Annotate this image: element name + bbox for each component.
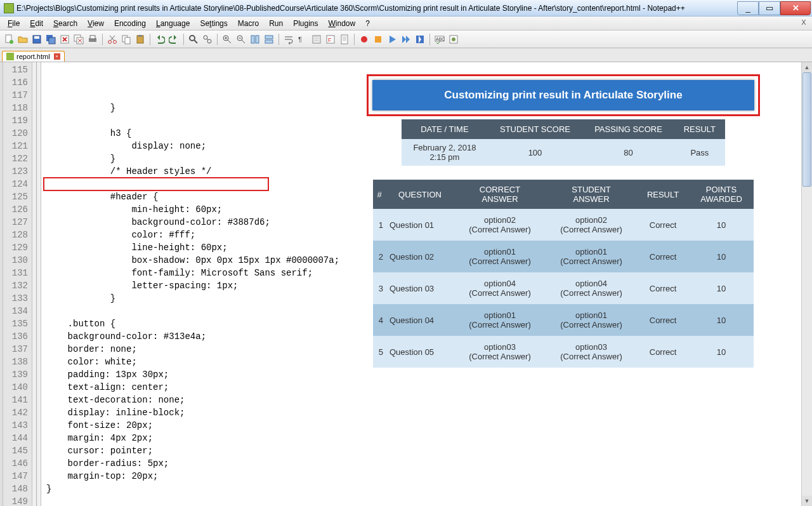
line-number: 138: [3, 356, 28, 368]
copy-icon[interactable]: [120, 33, 133, 46]
close-file-icon[interactable]: [58, 33, 71, 46]
row-points: 10: [689, 209, 754, 241]
row-correct-answer: option03 (Correct Answer): [454, 336, 546, 368]
code-line-141[interactable]: margin: 4px 2px;: [41, 432, 801, 444]
menu-view[interactable]: View: [82, 18, 109, 29]
meta-h-date: DATE / TIME: [402, 119, 488, 139]
line-number: 131: [3, 267, 28, 279]
code-line-136[interactable]: padding: 13px 30px;: [41, 368, 801, 381]
row-student-answer: option01 (Correct Answer): [546, 241, 637, 272]
fold-margin[interactable]: [32, 62, 41, 506]
zoom-out-icon[interactable]: [235, 33, 247, 46]
meta-h-score: STUDENT SCORE: [488, 119, 582, 139]
code-line-145[interactable]: }: [41, 483, 801, 495]
menu-macro[interactable]: Macro: [233, 18, 264, 29]
undo-icon[interactable]: [154, 33, 166, 46]
quiz-row: 3Question 03option04 (Correct Answer)opt…: [373, 272, 754, 304]
menu-run[interactable]: Run: [264, 18, 288, 29]
menu-edit[interactable]: Edit: [25, 18, 48, 29]
row-question: Question 04: [386, 304, 454, 336]
menu-encoding[interactable]: Encoding: [109, 18, 151, 29]
row-student-answer: option03 (Correct Answer): [546, 336, 637, 368]
line-number: 149: [3, 495, 28, 506]
line-number: 135: [3, 317, 28, 330]
paste-icon[interactable]: [134, 33, 147, 46]
tab-close-icon[interactable]: ×: [54, 53, 60, 60]
scrollbar-thumb[interactable]: [802, 72, 811, 187]
menu-window[interactable]: Window: [324, 18, 361, 29]
code-line-144[interactable]: margin-top: 20px;: [41, 470, 801, 483]
cut-icon[interactable]: [106, 33, 119, 46]
find-icon[interactable]: [187, 33, 200, 46]
code-line-142[interactable]: cursor: pointer;: [41, 444, 801, 457]
code-line-140[interactable]: font-size: 20px;: [41, 419, 801, 432]
open-file-icon[interactable]: [16, 33, 29, 46]
close-button[interactable]: ✕: [780, 1, 811, 15]
menu-language[interactable]: Language: [151, 18, 195, 29]
row-result: Correct: [637, 241, 689, 272]
lang-icon[interactable]: F: [324, 33, 337, 46]
menu-help[interactable]: ?: [360, 18, 375, 29]
row-student-answer: option02 (Correct Answer): [546, 209, 637, 241]
menu-file[interactable]: File: [3, 18, 25, 29]
tab-label: report.html: [16, 53, 50, 60]
maximize-button[interactable]: ▭: [759, 1, 780, 15]
sync-v-icon[interactable]: [249, 33, 261, 46]
save-icon[interactable]: [30, 33, 43, 46]
stop-icon[interactable]: [372, 33, 384, 46]
svg-point-31: [361, 36, 367, 43]
minimize-button[interactable]: _: [737, 1, 759, 15]
line-number: 125: [3, 190, 28, 203]
play-multi-icon[interactable]: [400, 33, 412, 46]
zoom-in-icon[interactable]: [221, 33, 233, 46]
row-points: 10: [689, 336, 754, 368]
row-correct-answer: option02 (Correct Answer): [454, 209, 546, 241]
record-icon[interactable]: [358, 33, 370, 46]
code-line-143[interactable]: border-radius: 5px;: [41, 457, 801, 470]
line-number: 128: [3, 229, 28, 241]
code-line-138[interactable]: text-decoration: none;: [41, 394, 801, 406]
row-correct-answer: option04 (Correct Answer): [454, 272, 546, 304]
redo-icon[interactable]: [167, 33, 180, 46]
row-num: 1: [373, 209, 386, 241]
print-icon[interactable]: [86, 33, 99, 46]
scroll-down-arrow[interactable]: ▼: [802, 496, 812, 506]
save-macro-icon[interactable]: [414, 33, 426, 46]
close-all-icon[interactable]: [72, 33, 85, 46]
doc-map-icon[interactable]: [338, 33, 351, 46]
doc-close-icon[interactable]: X: [799, 18, 808, 27]
spellcheck-icon[interactable]: ABC: [433, 33, 446, 46]
indent-guide-icon[interactable]: [310, 33, 323, 46]
menu-plugins[interactable]: Plugins: [288, 18, 323, 29]
code-line-146[interactable]: [41, 495, 801, 506]
file-tab[interactable]: report.html ×: [2, 51, 65, 62]
code-line-139[interactable]: display: inline-block;: [41, 406, 801, 419]
quiz-h-result: RESULT: [637, 180, 689, 209]
show-chars-icon[interactable]: ¶: [296, 33, 309, 46]
line-number: 121: [3, 140, 28, 152]
menu-settings[interactable]: Settings: [195, 18, 232, 29]
code-line-137[interactable]: text-align: center;: [41, 381, 801, 394]
svg-rect-32: [375, 36, 381, 43]
line-number: 118: [3, 102, 28, 114]
new-file-icon[interactable]: [3, 33, 15, 46]
line-number: 133: [3, 292, 28, 305]
vertical-scrollbar[interactable]: ▲ ▼: [801, 62, 812, 506]
wordwrap-icon[interactable]: [282, 33, 295, 46]
line-number: 143: [3, 419, 28, 432]
line-number: 147: [3, 470, 28, 483]
report-header-highlight: Customizing print result in Articulate S…: [367, 74, 760, 116]
line-number: 120: [3, 127, 28, 140]
play-icon[interactable]: [386, 33, 398, 46]
save-all-icon[interactable]: [44, 33, 57, 46]
replace-icon[interactable]: [201, 33, 214, 46]
menu-search[interactable]: Search: [48, 18, 82, 29]
row-points: 10: [689, 241, 754, 272]
line-number: 130: [3, 254, 28, 267]
svg-point-37: [452, 37, 455, 41]
scroll-up-arrow[interactable]: ▲: [802, 62, 812, 72]
show-all-icon[interactable]: [447, 33, 460, 46]
svg-rect-14: [125, 37, 130, 44]
sync-h-icon[interactable]: [263, 33, 275, 46]
line-number: 148: [3, 483, 28, 495]
